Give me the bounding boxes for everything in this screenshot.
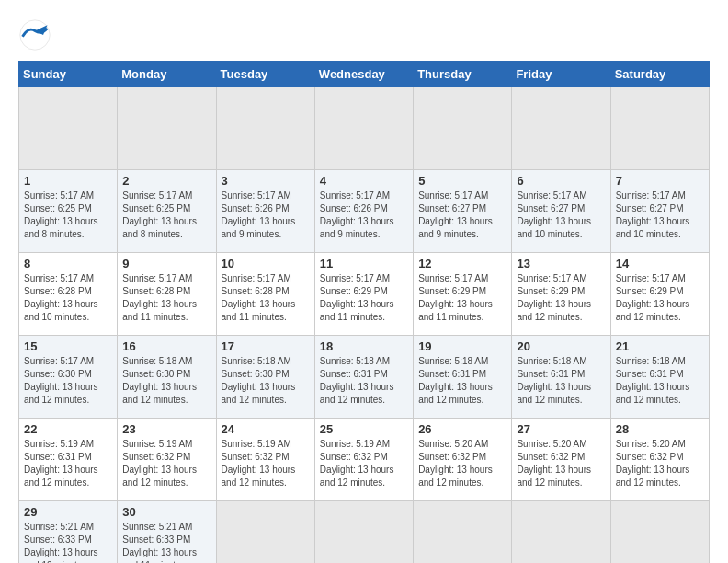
day-cell: 10Sunrise: 5:17 AMSunset: 6:28 PMDayligh… xyxy=(216,253,314,336)
day-detail: Sunrise: 5:18 AMSunset: 6:31 PMDaylight:… xyxy=(517,355,605,407)
day-cell: 9Sunrise: 5:17 AMSunset: 6:28 PMDaylight… xyxy=(118,253,216,336)
header-sunday: Sunday xyxy=(19,62,118,87)
day-number: 4 xyxy=(320,174,408,188)
day-cell: 4Sunrise: 5:17 AMSunset: 6:26 PMDaylight… xyxy=(314,170,413,253)
logo-icon xyxy=(18,18,51,52)
day-cell: 14Sunrise: 5:17 AMSunset: 6:29 PMDayligh… xyxy=(610,253,709,336)
day-detail: Sunrise: 5:17 AMSunset: 6:25 PMDaylight:… xyxy=(24,190,112,241)
day-cell: 19Sunrise: 5:18 AMSunset: 6:31 PMDayligh… xyxy=(414,336,512,419)
day-cell: 20Sunrise: 5:18 AMSunset: 6:31 PMDayligh… xyxy=(512,336,610,419)
day-cell: 7Sunrise: 5:17 AMSunset: 6:27 PMDaylight… xyxy=(610,170,709,253)
day-cell xyxy=(512,501,610,564)
day-number: 8 xyxy=(24,257,112,270)
day-number: 3 xyxy=(222,174,310,188)
day-cell xyxy=(512,87,610,170)
day-cell: 2Sunrise: 5:17 AMSunset: 6:25 PMDaylight… xyxy=(118,170,216,253)
day-detail: Sunrise: 5:17 AMSunset: 6:30 PMDaylight:… xyxy=(24,355,112,407)
day-detail: Sunrise: 5:20 AMSunset: 6:32 PMDaylight:… xyxy=(517,438,605,489)
day-cell: 23Sunrise: 5:19 AMSunset: 6:32 PMDayligh… xyxy=(118,419,216,501)
day-cell xyxy=(610,87,709,170)
day-detail: Sunrise: 5:18 AMSunset: 6:31 PMDaylight:… xyxy=(320,355,408,407)
day-detail: Sunrise: 5:18 AMSunset: 6:30 PMDaylight:… xyxy=(222,355,310,407)
day-detail: Sunrise: 5:19 AMSunset: 6:32 PMDaylight:… xyxy=(320,438,408,489)
day-detail: Sunrise: 5:21 AMSunset: 6:33 PMDaylight:… xyxy=(24,521,112,563)
day-cell xyxy=(414,501,512,564)
day-cell: 6Sunrise: 5:17 AMSunset: 6:27 PMDaylight… xyxy=(512,170,610,253)
day-number: 18 xyxy=(320,339,408,353)
day-cell: 16Sunrise: 5:18 AMSunset: 6:30 PMDayligh… xyxy=(118,336,216,419)
day-cell: 18Sunrise: 5:18 AMSunset: 6:31 PMDayligh… xyxy=(314,336,413,419)
day-number: 5 xyxy=(418,174,506,188)
day-number: 17 xyxy=(222,339,310,353)
header-wednesday: Wednesday xyxy=(314,62,413,87)
day-number: 9 xyxy=(122,257,210,270)
day-detail: Sunrise: 5:17 AMSunset: 6:27 PMDaylight:… xyxy=(418,190,506,241)
day-cell xyxy=(118,87,216,170)
day-number: 26 xyxy=(418,422,506,436)
page-header xyxy=(18,18,710,52)
day-number: 29 xyxy=(24,505,112,519)
day-detail: Sunrise: 5:17 AMSunset: 6:28 PMDaylight:… xyxy=(24,272,112,324)
day-cell: 5Sunrise: 5:17 AMSunset: 6:27 PMDaylight… xyxy=(414,170,512,253)
day-cell xyxy=(610,501,709,564)
week-row-5: 22Sunrise: 5:19 AMSunset: 6:31 PMDayligh… xyxy=(19,419,710,501)
day-detail: Sunrise: 5:17 AMSunset: 6:27 PMDaylight:… xyxy=(616,190,704,241)
day-number: 15 xyxy=(24,339,112,353)
day-detail: Sunrise: 5:19 AMSunset: 6:32 PMDaylight:… xyxy=(222,438,310,489)
day-cell: 8Sunrise: 5:17 AMSunset: 6:28 PMDaylight… xyxy=(19,253,118,336)
day-cell: 28Sunrise: 5:20 AMSunset: 6:32 PMDayligh… xyxy=(610,419,709,501)
day-cell xyxy=(314,87,413,170)
header-tuesday: Tuesday xyxy=(216,62,314,87)
day-cell: 15Sunrise: 5:17 AMSunset: 6:30 PMDayligh… xyxy=(19,336,118,419)
day-detail: Sunrise: 5:21 AMSunset: 6:33 PMDaylight:… xyxy=(122,521,210,563)
day-detail: Sunrise: 5:17 AMSunset: 6:29 PMDaylight:… xyxy=(320,272,408,324)
day-detail: Sunrise: 5:17 AMSunset: 6:27 PMDaylight:… xyxy=(517,190,605,241)
day-detail: Sunrise: 5:17 AMSunset: 6:29 PMDaylight:… xyxy=(418,272,506,324)
day-cell xyxy=(414,87,512,170)
day-number: 7 xyxy=(616,174,704,188)
day-detail: Sunrise: 5:17 AMSunset: 6:25 PMDaylight:… xyxy=(122,190,210,241)
header-monday: Monday xyxy=(118,62,216,87)
day-cell: 25Sunrise: 5:19 AMSunset: 6:32 PMDayligh… xyxy=(314,419,413,501)
day-detail: Sunrise: 5:19 AMSunset: 6:32 PMDaylight:… xyxy=(122,438,210,489)
day-detail: Sunrise: 5:17 AMSunset: 6:26 PMDaylight:… xyxy=(320,190,408,241)
logo xyxy=(18,18,57,52)
day-detail: Sunrise: 5:18 AMSunset: 6:31 PMDaylight:… xyxy=(418,355,506,407)
day-number: 13 xyxy=(517,257,605,270)
day-cell: 12Sunrise: 5:17 AMSunset: 6:29 PMDayligh… xyxy=(414,253,512,336)
day-detail: Sunrise: 5:17 AMSunset: 6:28 PMDaylight:… xyxy=(122,272,210,324)
day-detail: Sunrise: 5:17 AMSunset: 6:28 PMDaylight:… xyxy=(222,272,310,324)
day-detail: Sunrise: 5:18 AMSunset: 6:30 PMDaylight:… xyxy=(122,355,210,407)
day-cell: 11Sunrise: 5:17 AMSunset: 6:29 PMDayligh… xyxy=(314,253,413,336)
day-number: 22 xyxy=(24,422,112,436)
day-cell: 1Sunrise: 5:17 AMSunset: 6:25 PMDaylight… xyxy=(19,170,118,253)
day-cell xyxy=(19,87,118,170)
day-cell: 24Sunrise: 5:19 AMSunset: 6:32 PMDayligh… xyxy=(216,419,314,501)
day-cell: 26Sunrise: 5:20 AMSunset: 6:32 PMDayligh… xyxy=(414,419,512,501)
day-number: 16 xyxy=(122,339,210,353)
day-detail: Sunrise: 5:17 AMSunset: 6:26 PMDaylight:… xyxy=(222,190,310,241)
day-number: 25 xyxy=(320,422,408,436)
week-row-1 xyxy=(19,87,710,170)
week-row-4: 15Sunrise: 5:17 AMSunset: 6:30 PMDayligh… xyxy=(19,336,710,419)
calendar-table: SundayMondayTuesdayWednesdayThursdayFrid… xyxy=(18,61,710,563)
day-number: 10 xyxy=(222,257,310,270)
day-cell: 22Sunrise: 5:19 AMSunset: 6:31 PMDayligh… xyxy=(19,419,118,501)
day-number: 14 xyxy=(616,257,704,270)
day-number: 6 xyxy=(517,174,605,188)
day-cell: 30Sunrise: 5:21 AMSunset: 6:33 PMDayligh… xyxy=(118,501,216,564)
day-detail: Sunrise: 5:17 AMSunset: 6:29 PMDaylight:… xyxy=(517,272,605,324)
calendar-header-row: SundayMondayTuesdayWednesdayThursdayFrid… xyxy=(19,62,710,87)
day-cell xyxy=(216,87,314,170)
header-friday: Friday xyxy=(512,62,610,87)
day-cell: 17Sunrise: 5:18 AMSunset: 6:30 PMDayligh… xyxy=(216,336,314,419)
day-number: 11 xyxy=(320,257,408,270)
day-cell: 29Sunrise: 5:21 AMSunset: 6:33 PMDayligh… xyxy=(19,501,118,564)
day-detail: Sunrise: 5:20 AMSunset: 6:32 PMDaylight:… xyxy=(418,438,506,489)
header-thursday: Thursday xyxy=(414,62,512,87)
day-cell: 13Sunrise: 5:17 AMSunset: 6:29 PMDayligh… xyxy=(512,253,610,336)
day-cell xyxy=(216,501,314,564)
week-row-2: 1Sunrise: 5:17 AMSunset: 6:25 PMDaylight… xyxy=(19,170,710,253)
week-row-6: 29Sunrise: 5:21 AMSunset: 6:33 PMDayligh… xyxy=(19,501,710,564)
day-number: 12 xyxy=(418,257,506,270)
